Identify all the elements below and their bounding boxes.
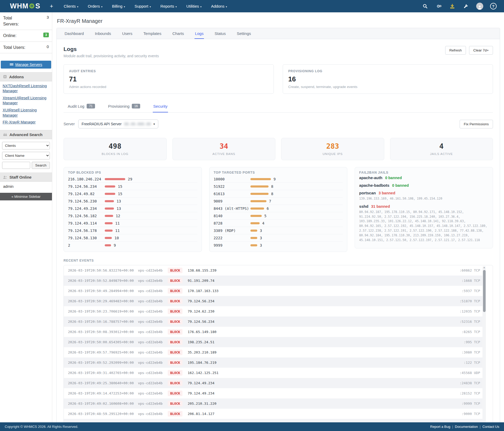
event-ip: 176.65.149.180 [188, 330, 462, 334]
module-tab[interactable]: Status [214, 28, 226, 39]
wrench-icon[interactable] [461, 2, 471, 11]
menu-item[interactable]: Utilities▾ [183, 2, 205, 11]
blocked-ip-row: 79.124.49.234 13 [68, 205, 197, 212]
whmcs-logo[interactable]: WHM⚙S [10, 2, 40, 10]
log-event-row: 2026-03-19T20:50:29.469483+00:00 vps-cd2… [64, 296, 486, 306]
event-ip: 91.191.209.74 [188, 279, 462, 283]
stat-number: 498 [64, 142, 166, 150]
search-icon[interactable] [420, 2, 430, 11]
clear-button[interactable]: Clear 7d+ [469, 46, 493, 55]
module-tab[interactable]: Logs [195, 28, 204, 39]
event-ip: 79.124.49.234 [188, 391, 460, 395]
search-button[interactable]: Search [32, 162, 50, 169]
staff-people-icon [3, 175, 7, 179]
stat-number: 34 [173, 142, 275, 150]
log-subtab[interactable]: Audit Log 71 [67, 102, 96, 112]
scroll-up-icon[interactable]: ▲ [482, 266, 486, 269]
stat-caption: ACTIVE BANS [173, 152, 275, 155]
footer-link[interactable]: Documentation [455, 425, 478, 429]
summary-desc: Create, suspend, terminate, upgrade even… [288, 85, 487, 89]
event-ip: 79.124.49.234 [188, 381, 460, 385]
log-event-row: 2026-03-19T20:49:57.796925+00:00 vps-cd2… [64, 347, 486, 357]
server-list-icon [10, 63, 13, 66]
event-ip: 195.184.76.219 [188, 361, 464, 365]
addon-link[interactable]: FR-XrayR Manager [3, 120, 49, 125]
targeted-port-row: 8140 5 [214, 212, 343, 220]
addon-link[interactable]: XtreamUIResell Licensing Manager [3, 96, 49, 106]
module-tab[interactable]: Dashboard [64, 28, 84, 39]
footer-link[interactable]: Report a Bug [430, 425, 450, 429]
stat-value: 3 [47, 15, 49, 19]
top-blocked-ips-panel: TOP BLOCKED IPS 216.180.246.224 29 [64, 167, 202, 252]
module-tab[interactable]: Charts [172, 28, 185, 39]
menu-item[interactable]: Reports▾ [157, 2, 181, 11]
log-event-row: 2026-03-19T20:50:56.832276+00:00 vps-cd2… [64, 265, 486, 276]
targeted-port-row: 3389 (RDP) 3 [214, 227, 343, 234]
manage-servers-button[interactable]: Manage Servers [1, 61, 51, 69]
log-subtab[interactable]: Provisioning 16 [108, 102, 141, 112]
download-update-icon[interactable] [447, 2, 457, 11]
event-ip: 206.81.14.127 [188, 412, 462, 416]
module-tab[interactable]: Inbounds [94, 28, 112, 39]
addon-link[interactable]: XUIResell Licensing Manager [3, 108, 49, 118]
chevron-down-icon: ▾ [200, 5, 202, 8]
panel-title: TOP BLOCKED IPS [68, 171, 197, 174]
chevron-down-icon: ▾ [124, 5, 125, 8]
search-type-select[interactable]: Clients [2, 142, 50, 149]
ip-bar [105, 215, 113, 217]
log-event-row: 2026-03-19T20:49:25.380640+00:00 vps-cd2… [64, 378, 486, 388]
port-bar [250, 178, 271, 180]
sidebar-stat-row: Online: 3 [0, 30, 52, 41]
event-host: vps-cd22eb4b [138, 289, 162, 293]
panel-title: FAIL2BAN JAILS [359, 171, 489, 174]
event-timestamp: 2026-03-19T20:49:02.160608+00:00 [68, 402, 134, 406]
ip-bar [105, 193, 115, 195]
menu-item[interactable]: Orders▾ [84, 2, 106, 11]
event-host: vps-cd22eb4b [138, 330, 162, 334]
scrollbar[interactable]: ▲ ▼ [482, 266, 486, 429]
stat-value: 3 [43, 33, 49, 37]
targeted-port-row: 51922 8 [214, 183, 343, 190]
ip-bar [105, 185, 115, 188]
server-select[interactable]: FreeRADIUS API Server 00.00.000.00 ▾ [78, 120, 158, 128]
event-port: :12035 TCP [460, 309, 480, 313]
module-tab[interactable]: Settings [236, 28, 251, 39]
advanced-search-header: Advanced Search [0, 130, 52, 139]
staff-member[interactable]: admin [3, 184, 49, 189]
event-port: :9999 TCP [462, 402, 480, 406]
event-level-badge: BLOCK [168, 329, 182, 335]
module-tab[interactable]: Users [122, 28, 133, 39]
security-stat-boxes: 498 BLOCKS IN LOG 34 ACTIVE BANS 283 UNI… [64, 138, 493, 160]
automation-gears-icon[interactable]: ⚙⚙ [434, 2, 444, 11]
server-stats-list: Total Servers: 3 Online: 3 Total Users: … [0, 12, 52, 53]
log-subtab[interactable]: Security [153, 102, 168, 112]
menu-item[interactable]: Addons▾ [207, 2, 231, 11]
summary-desc: Admin actions recorded [69, 85, 268, 89]
event-port: :24838 TCP [460, 381, 480, 385]
menu-item[interactable]: Support▾ [131, 2, 155, 11]
avatar[interactable] [475, 2, 485, 11]
recent-events-table: ▲ ▼ 2026-03-19T20:50:56.832276+00:00 vps… [64, 265, 493, 429]
targeted-port-row: 2222 3 [214, 234, 343, 242]
ip-bar [105, 230, 113, 232]
logo-text-pre: WHM [10, 2, 28, 10]
addon-link[interactable]: NXTDashResell Licensing Manager [3, 84, 49, 94]
help-icon[interactable]: ? [488, 2, 498, 11]
stat-label: Total Servers: [3, 15, 27, 27]
menu-item[interactable]: Billing▾ [108, 2, 129, 11]
refresh-button[interactable]: Refresh [445, 46, 466, 55]
blocked-ip-row: 79.124.56.182 12 [68, 212, 197, 220]
jail-row: apache-badbots 0 banned [359, 183, 489, 188]
event-ip: 162.142.125.251 [188, 371, 460, 375]
summary-cards: AUDIT ENTRIES 71 Admin actions recorded … [64, 64, 493, 94]
footer-link[interactable]: Contact Us [482, 425, 499, 429]
menu-item[interactable]: Clients▾ [60, 2, 82, 11]
module-tab[interactable]: Templates [143, 28, 162, 39]
search-input[interactable] [2, 162, 30, 169]
logs-header: Logs Module audit trail, provisioning ac… [64, 46, 493, 58]
minimise-sidebar-button[interactable]: « Minimise Sidebar [0, 193, 52, 200]
scrollbar-thumb[interactable] [483, 270, 486, 312]
search-field-select[interactable]: Client Name [2, 152, 50, 159]
fix-permissions-button[interactable]: Fix Permissions [460, 120, 493, 128]
quick-add-icon[interactable]: + [50, 3, 53, 10]
